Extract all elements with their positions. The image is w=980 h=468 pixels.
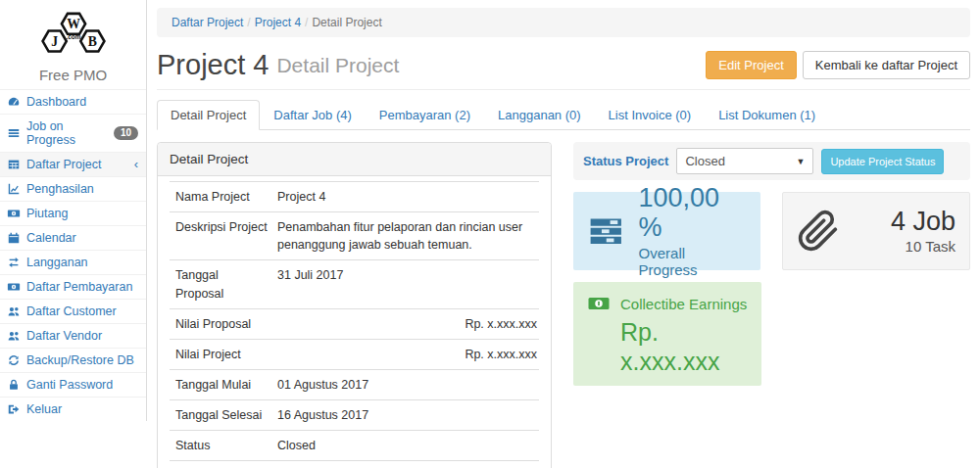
page: J B W .com Free PMO Dashboard Job on Pro… [0, 0, 980, 468]
users-icon [7, 304, 21, 318]
dashboard-icon [7, 95, 21, 109]
tab-langganan[interactable]: Langganan (0) [484, 100, 595, 130]
table-row: Customer Bapak Customer 001 [170, 461, 539, 468]
sidebar-item-keluar[interactable]: Keluar [0, 397, 146, 421]
sidebar-item-langganan[interactable]: Langganan [0, 250, 146, 274]
sidebar-item-penghasilan[interactable]: Penghasilan [0, 176, 146, 201]
sidebar-item-backup-restore-db[interactable]: Backup/Restore DB [0, 348, 146, 372]
job-count: 4 Job [891, 208, 956, 237]
table-row: Tanggal Mulai 01 Agustus 2017 [170, 369, 539, 399]
tasks-icon [587, 211, 625, 251]
tab-daftar-job[interactable]: Daftar Job (4) [260, 100, 365, 130]
jwb-logo-icon: J B W .com [19, 5, 128, 62]
money-icon [587, 292, 611, 315]
chevron-down-icon: ▼ [797, 157, 806, 166]
svg-text:.com: .com [66, 33, 80, 40]
tab-bar: Detail Project Daftar Job (4) Pembayaran… [157, 100, 970, 130]
refresh-icon [7, 353, 21, 367]
progress-value: 100,00 % [639, 184, 747, 242]
sidebar-menu: Dashboard Job on Progress 10 Daftar Proj… [0, 89, 146, 421]
page-header: Project 4 Detail Project Edit Project Ke… [157, 43, 970, 90]
money-icon [7, 207, 21, 220]
tab-pembayaran[interactable]: Pembayaran (2) [366, 100, 484, 130]
calendar-icon [7, 231, 21, 245]
paperclip-icon [797, 210, 840, 253]
sidebar-item-dashboard[interactable]: Dashboard [0, 90, 146, 114]
sidebar-item-daftar-vendor[interactable]: Daftar Vendor [0, 323, 146, 348]
tab-detail-project[interactable]: Detail Project [157, 100, 260, 130]
svg-text:J: J [51, 34, 58, 49]
retweet-icon [7, 256, 21, 269]
svg-text:W: W [67, 17, 80, 31]
earnings-value: Rp. x.xxx.xxx [620, 317, 748, 376]
sidebar-item-daftar-pembayaran[interactable]: Daftar Pembayaran [0, 274, 146, 299]
job-count-badge: 10 [114, 126, 138, 140]
table-row: Nama Project Project 4 [170, 182, 539, 212]
sign-out-icon [7, 402, 21, 416]
panel-title: Detail Project [158, 143, 551, 176]
users-icon [7, 329, 21, 343]
money-icon [7, 280, 21, 294]
svg-text:B: B [87, 34, 96, 49]
collectible-earnings-box: Collectibe Earnings Rp. x.xxx.xxx [573, 282, 761, 386]
update-project-status-button[interactable]: Update Project Status [821, 149, 944, 174]
edit-project-button[interactable]: Edit Project [706, 51, 796, 79]
sidebar-item-job-on-progress[interactable]: Job on Progress 10 [0, 114, 146, 152]
sidebar-item-calendar[interactable]: Calendar [0, 225, 146, 250]
breadcrumb: Daftar Project/Project 4/Detail Project [157, 8, 970, 37]
page-title: Project 4 [157, 49, 269, 81]
task-count: 10 Task [891, 238, 956, 255]
detail-project-panel: Detail Project Nama Project Project 4 De… [157, 142, 552, 468]
table-icon [7, 158, 21, 171]
sidebar-item-daftar-project[interactable]: Daftar Project ‹ [0, 152, 146, 176]
progress-label: Overall Progress [639, 245, 747, 278]
table-row: Tanggal Selesai 16 Agustus 2017 [170, 400, 539, 431]
earnings-label: Collectibe Earnings [620, 296, 747, 312]
main-content: Daftar Project/Project 4/Detail Project … [147, 0, 980, 468]
page-subtitle: Detail Project [276, 54, 399, 77]
brand-block: J B W .com Free PMO [0, 0, 146, 89]
table-row: Nilai Project Rp. x.xxx.xxx [170, 339, 539, 369]
overall-progress-box: 100,00 % Overall Progress [573, 192, 760, 270]
sidebar-item-piutang[interactable]: Piutang [0, 201, 146, 225]
job-task-box: 4 Job 10 Task [782, 192, 971, 270]
sidebar: J B W .com Free PMO Dashboard Job on Pro… [0, 0, 147, 421]
status-project-label: Status Project [583, 154, 668, 168]
line-chart-icon [7, 182, 21, 196]
list-icon [7, 126, 21, 140]
breadcrumb-daftar-project[interactable]: Daftar Project [172, 16, 243, 29]
brand-name: Free PMO [0, 67, 146, 83]
lock-icon [7, 378, 21, 392]
status-project-bar: Status Project Closed ▼ Update Project S… [573, 142, 970, 180]
table-row: Nilai Proposal Rp. x.xxx.xxx [170, 308, 539, 339]
tab-list-dokumen[interactable]: List Dokumen (1) [705, 100, 829, 130]
breadcrumb-current: Detail Project [312, 16, 381, 29]
back-to-list-button[interactable]: Kembali ke daftar Project [803, 51, 970, 79]
sidebar-item-ganti-password[interactable]: Ganti Password [0, 372, 146, 397]
breadcrumb-project-4[interactable]: Project 4 [255, 16, 301, 29]
table-row: Tanggal Proposal 31 Juli 2017 [170, 260, 539, 308]
table-row: Status Closed [170, 431, 539, 461]
tab-list-invoice[interactable]: List Invoice (0) [595, 100, 706, 130]
chevron-left-icon: ‹ [134, 160, 138, 169]
table-row: Deskripsi Project Penambahan fitur pelap… [170, 212, 539, 260]
sidebar-item-daftar-customer[interactable]: Daftar Customer [0, 299, 146, 323]
status-select[interactable]: Closed ▼ [676, 148, 813, 174]
